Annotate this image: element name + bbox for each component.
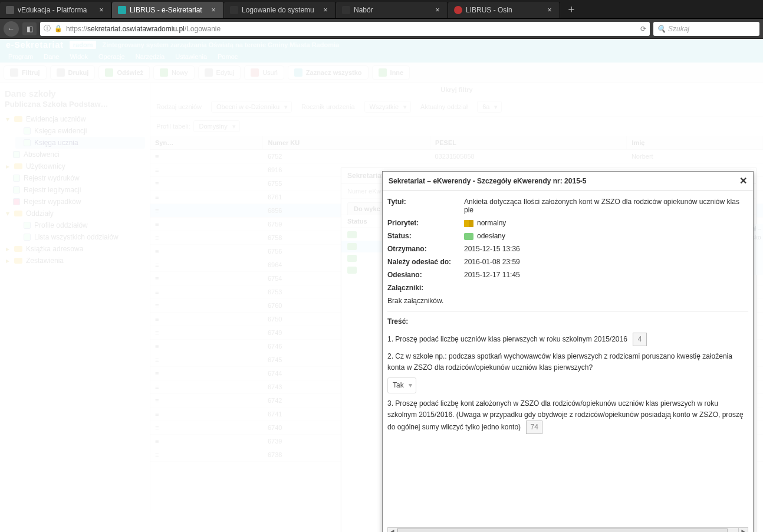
filter-rocznik-label: Rocznik urodzenia <box>301 103 355 110</box>
tab-close-icon[interactable]: × <box>321 6 330 14</box>
folder-icon <box>14 258 22 264</box>
toolbar-delete-button[interactable]: Usuń <box>244 65 284 80</box>
favicon <box>230 6 238 14</box>
favicon <box>6 6 14 14</box>
tree-item-ksiega-ewidencji[interactable]: Księga ewidencji <box>15 125 145 137</box>
cell-syn: ≡ <box>150 299 263 313</box>
modal-title: Sekretariat – eKwerendy - Szczegóły eKwe… <box>389 177 586 185</box>
browser-tab-3[interactable]: Nabór× <box>336 2 448 18</box>
cell-syn: ≡ <box>150 340 263 353</box>
cell-syn: ≡ <box>150 421 263 435</box>
col-syn[interactable]: Syn… <box>150 136 263 150</box>
menu-item-pomoc[interactable]: Pomoc <box>213 52 242 61</box>
home-button[interactable]: ◧ <box>22 22 37 35</box>
toolbar-print-button[interactable]: Drukuj <box>50 65 96 80</box>
field-odeslano-value: 2015-12-17 11:45 <box>464 271 748 279</box>
toolbar-edit-button[interactable]: Edytuj <box>198 65 241 80</box>
answer-1-input[interactable]: 4 <box>633 333 647 346</box>
delete-icon <box>251 68 259 77</box>
tree-folder-oddzialy[interactable]: Oddziały <box>5 208 145 219</box>
answer-3-input[interactable]: 74 <box>526 421 542 434</box>
ekwerendy-tab-todo[interactable]: Do wykc <box>347 202 387 215</box>
tree-folder-ksiazka[interactable]: Książka adresowa <box>5 243 145 255</box>
menu-item-dane[interactable]: Dane <box>39 52 64 61</box>
print-icon <box>13 175 20 182</box>
tab-close-icon[interactable]: × <box>209 6 218 14</box>
new-tab-button[interactable]: ＋ <box>560 0 583 18</box>
sent-icon <box>347 255 357 262</box>
browser-tab-4[interactable]: LIBRUS - Osin× <box>448 2 560 18</box>
menu-item-widok[interactable]: Widok <box>65 52 93 61</box>
app-header: e-Sekretariat radom Zintegrowany system … <box>0 39 763 51</box>
field-nalezy-value: 2016-01-08 23:59 <box>464 258 748 266</box>
scroll-right-icon[interactable]: ► <box>738 528 748 532</box>
cell-syn: ≡ <box>150 326 263 340</box>
sidebar: Dane szkoły Publiczna Szkoła Podstaw… Ew… <box>0 83 150 512</box>
tree-folder-uzytkownicy[interactable]: Użytkownicy <box>5 160 145 172</box>
cell-syn: ≡ <box>150 231 263 245</box>
table-row[interactable]: ≡ 6752 03231505858 Norbert <box>150 150 763 163</box>
refresh-icon <box>105 68 113 77</box>
col-ku[interactable]: Numer KU <box>263 136 430 150</box>
book-icon <box>24 139 31 146</box>
tab-label: Logowanie do systemu <box>242 6 314 14</box>
url-input[interactable]: ⓘ 🔒 https://sekretariat.oswiatawradomiu.… <box>40 22 650 36</box>
field-odeslano-label: Odesłano: <box>387 271 458 279</box>
browser-tab-1[interactable]: LIBRUS - e-Sekretariat× <box>112 2 224 18</box>
field-otrzymano-value: 2015-12-15 13:36 <box>464 245 748 253</box>
sent-icon <box>347 231 357 238</box>
tab-close-icon[interactable]: × <box>433 6 442 14</box>
tree-item-lista-oddzialow[interactable]: Lista wszystkich oddziałów <box>15 231 145 243</box>
toolbar-more-button[interactable]: Inne <box>372 65 410 80</box>
tab-close-icon[interactable]: × <box>97 6 106 14</box>
tree-item-absolwenci[interactable]: Absolwenci <box>5 149 145 160</box>
scroll-left-icon[interactable]: ◄ <box>388 528 397 532</box>
tab-close-icon[interactable]: × <box>545 6 554 14</box>
filter-rodzaj-label: Rodzaj uczniów <box>156 103 202 110</box>
reload-icon[interactable]: ⟳ <box>640 25 646 33</box>
browser-address-bar: ← ◧ ⓘ 🔒 https://sekretariat.oswiatawrado… <box>0 19 763 39</box>
tree-item-rejestr-wypadkow[interactable]: Rejestr wypadków <box>5 196 145 208</box>
hide-filters-toggle[interactable]: Ukryj filtry <box>150 83 763 97</box>
field-tresc-label: Treść: <box>387 317 458 326</box>
menu-item-program[interactable]: Program <box>4 52 38 61</box>
profil-select[interactable]: Domyślny <box>193 120 239 132</box>
filter-rocznik-select[interactable]: Wszystkie <box>364 101 412 113</box>
col-name[interactable]: Imię <box>627 136 763 150</box>
tree-folder-ewidencja[interactable]: Ewidencja uczniów <box>5 113 145 125</box>
toolbar-refresh-button[interactable]: Odśwież <box>98 65 150 80</box>
cell-syn: ≡ <box>150 258 263 272</box>
menu-item-narzedzia[interactable]: Narzędzia <box>131 52 170 61</box>
tree-item-rejestr-legitymacji[interactable]: Rejestr legitymacji <box>5 184 145 196</box>
close-icon[interactable]: ✕ <box>739 175 747 186</box>
cell-syn: ≡ <box>150 150 263 163</box>
folder-icon <box>14 163 22 169</box>
menu-item-ustawienia[interactable]: Ustawienia <box>170 52 212 61</box>
modal-titlebar[interactable]: Sekretariat – eKwerendy - Szczegóły eKwe… <box>383 172 753 191</box>
filter-oddzial-select[interactable]: 6a <box>477 101 502 113</box>
back-button[interactable]: ← <box>4 21 19 37</box>
new-icon <box>160 68 168 77</box>
tab-label: LIBRUS - Osin <box>466 6 512 14</box>
toolbar-filter-button[interactable]: Filtruj <box>4 65 47 80</box>
modal-horizontal-scrollbar[interactable]: ◄ ► <box>387 527 748 532</box>
toolbar-selectall-button[interactable]: Zaznacz wszystko <box>288 65 369 80</box>
browser-tab-0[interactable]: vEdukacja - Platforma× <box>0 2 112 18</box>
scroll-thumb[interactable] <box>397 528 728 532</box>
tree-folder-zestawienia[interactable]: Zestawienia <box>5 255 145 267</box>
question-2-select[interactable]: Tak <box>387 377 416 393</box>
tree-item-ksiega-ucznia[interactable]: Księga ucznia <box>15 137 145 149</box>
col-pesel[interactable]: PESEL <box>430 136 627 150</box>
field-zalaczniki-label: Załączniki: <box>387 284 458 292</box>
browser-tab-2[interactable]: Logowanie do systemu× <box>224 2 336 18</box>
cell-syn: ≡ <box>150 285 263 299</box>
filter-rodzaj-select[interactable]: Obecni w e-Dzienniku <box>211 101 292 113</box>
field-priorytet-label: Priorytet: <box>387 219 458 227</box>
cell-syn: ≡ <box>150 272 263 285</box>
question-3: 3. Proszę podać liczbę kont założonych w… <box>387 398 748 435</box>
menu-item-operacje[interactable]: Operacje <box>94 52 130 61</box>
search-input[interactable]: 🔍 Szukaj <box>653 22 759 36</box>
tree-item-rejestr-wydrukow[interactable]: Rejestr wydruków <box>5 172 145 184</box>
tree-item-profile-oddzialow[interactable]: Profile oddziałów <box>15 219 145 231</box>
toolbar-new-button[interactable]: Nowy <box>153 65 195 80</box>
